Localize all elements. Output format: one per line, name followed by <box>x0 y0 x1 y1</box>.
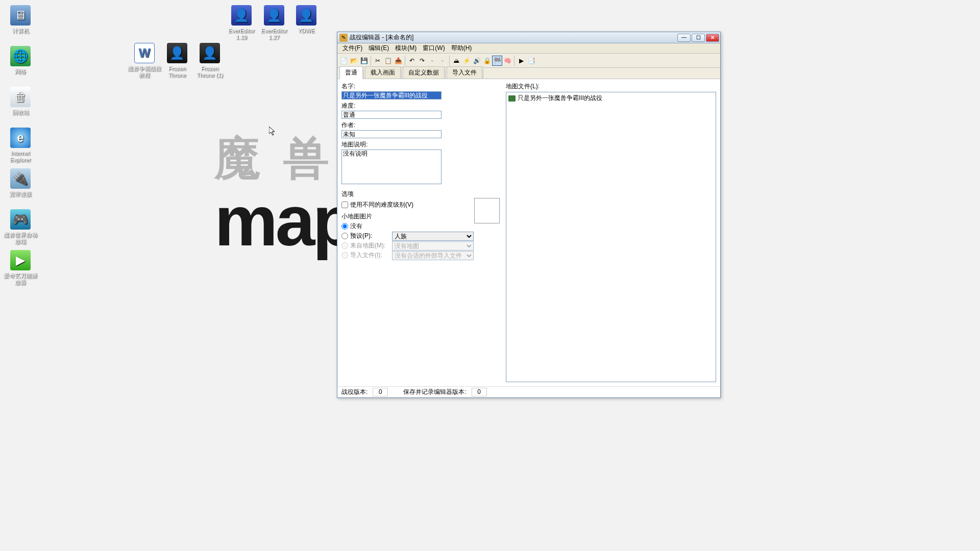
radio-import-file-label: 导入文件(I): <box>350 251 390 260</box>
radio-none-label: 没有 <box>350 222 390 231</box>
desktop-icon-iqiyi[interactable]: ▶ 爱奇艺万能播放器 <box>3 250 38 286</box>
tb-undo[interactable]: ↶ <box>407 56 417 66</box>
radio-preset-label: 预设(P): <box>350 232 390 240</box>
tb-history-1[interactable]: ▫ <box>427 56 437 66</box>
close-button[interactable]: ✕ <box>706 34 719 42</box>
import-file-select: 没有合适的外部导入文件 <box>392 251 474 260</box>
menu-help[interactable]: 帮助(H) <box>448 43 475 54</box>
status-version-value: 0 <box>373 388 388 396</box>
ft2-icon: 👤 <box>200 43 220 63</box>
preset-select[interactable]: 人族 <box>392 232 474 241</box>
tb-sep <box>405 56 405 66</box>
tb-sound[interactable]: 🔊 <box>472 56 482 66</box>
label-difficulty: 难度: <box>341 102 500 110</box>
menubar: 文件(F) 编辑(E) 模块(M) 窗口(W) 帮助(H) <box>337 43 720 54</box>
ft1-icon: 👤 <box>167 43 187 63</box>
content: 名字: 难度: 作者: 地图说明: 没有说明 选项 使用不同的难度级别(V) <box>337 79 720 386</box>
tb-redo[interactable]: ↷ <box>417 56 427 66</box>
radio-none[interactable] <box>341 223 348 230</box>
ie-icon: e <box>10 128 31 148</box>
label-map-desc: 地图说明: <box>341 140 500 149</box>
desktop-icon-recycle[interactable]: 🗑 回收站 <box>3 87 38 116</box>
label-name: 名字: <box>341 82 500 91</box>
tb-campaign[interactable]: 🏁 <box>492 56 502 66</box>
radio-import-file <box>341 252 348 259</box>
ee227-icon: 👤 <box>264 5 284 26</box>
tb-extra[interactable]: 📑 <box>526 56 536 66</box>
tab-custom[interactable]: 自定义数据 <box>403 66 445 79</box>
label-author: 作者: <box>341 121 500 130</box>
app-window: ✎ 战役编辑器 - [未命名的] — ☐ ✕ 文件(F) 编辑(E) 模块(M)… <box>337 32 721 398</box>
menu-file[interactable]: 文件(F) <box>339 43 365 54</box>
author-input[interactable] <box>341 130 442 138</box>
ydwe-icon: 👤 <box>296 5 316 26</box>
word-icon: W <box>134 43 155 63</box>
label-map-files: 地图文件(L): <box>506 82 716 91</box>
list-column: 地图文件(L): 只是另外一张魔兽争霸III的战役 <box>506 82 716 386</box>
desktop-icon-ie[interactable]: e Internet Explorer <box>3 128 38 163</box>
status-saved-label: 保存并记录编辑器版本: <box>403 388 466 396</box>
desktop-icon-ee119[interactable]: 👤 EverEditor 1.19 <box>224 5 259 41</box>
name-input[interactable] <box>341 91 442 99</box>
menu-modules[interactable]: 模块(M) <box>392 43 420 54</box>
desktop-icon-ee227[interactable]: 👤 EverEditor 1.27 <box>256 5 292 41</box>
radio-from-map-label: 来自地图(M): <box>350 241 390 250</box>
radio-from-map <box>341 242 348 249</box>
ee119-icon: 👤 <box>231 5 252 26</box>
menu-edit[interactable]: 编辑(E) <box>365 43 392 54</box>
tb-trigger[interactable]: ⚡ <box>461 56 472 66</box>
tb-object[interactable]: 🔒 <box>482 56 492 66</box>
var-difficulty-checkbox[interactable] <box>341 202 348 208</box>
tb-new[interactable]: 📄 <box>338 56 349 66</box>
tb-sep <box>514 56 514 66</box>
minimize-button[interactable]: — <box>677 34 691 42</box>
tb-copy[interactable]: 📋 <box>383 56 393 66</box>
from-map-select: 没有地图 <box>392 241 474 251</box>
tb-sep <box>449 56 450 66</box>
tb-terrain[interactable]: ⛰ <box>451 56 461 66</box>
desktop-icon-computer[interactable]: 🖥 计算机 <box>3 5 38 34</box>
desktop-icon-ft2[interactable]: 👤 Frozen Throne (1) <box>192 43 228 79</box>
tb-save[interactable]: 💾 <box>359 56 369 66</box>
var-difficulty-label: 使用不同的难度级别(V) <box>350 201 413 209</box>
statusbar: 战役版本: 0 保存并记录编辑器版本: 0 <box>337 386 720 397</box>
list-item-label: 只是另外一张魔兽争霸III的战役 <box>518 94 602 103</box>
map-file-icon <box>508 95 516 102</box>
desktop-icon-ft1[interactable]: 👤 Frozen Throne <box>159 43 195 79</box>
desktop-icon-network[interactable]: 🌐 网络 <box>3 46 38 75</box>
difficulty-input[interactable] <box>341 111 442 119</box>
game-launch-icon: 🎮 <box>10 209 31 230</box>
desktop-icon-tutorial[interactable]: W 魔兽争霸战役教程 <box>127 43 162 79</box>
app-icon: ✎ <box>339 34 348 42</box>
tb-sep <box>371 56 371 66</box>
recycle-icon: 🗑 <box>10 87 31 107</box>
computer-icon: 🖥 <box>10 5 31 26</box>
desktop-icon-game-launch[interactable]: 🎮 魔兽世界自动放端 <box>3 209 38 245</box>
tabbar: 普通 载入画面 自定义数据 导入文件 <box>337 68 720 79</box>
window-title: 战役编辑器 - [未命名的] <box>350 33 676 42</box>
map-desc-input[interactable]: 没有说明 <box>341 149 442 184</box>
tb-history-2[interactable]: ▫ <box>437 56 448 66</box>
tb-cut[interactable]: ✂ <box>373 56 383 66</box>
status-version-label: 战役版本: <box>341 388 368 396</box>
maximize-button[interactable]: ☐ <box>692 34 705 42</box>
map-file-list[interactable]: 只是另外一张魔兽争霸III的战役 <box>506 92 716 382</box>
minimap-preview <box>474 198 500 223</box>
tab-load[interactable]: 载入画面 <box>365 66 401 79</box>
label-options: 选项 <box>341 190 500 198</box>
tb-test[interactable]: ▶ <box>516 56 526 66</box>
status-saved-value: 0 <box>472 388 487 396</box>
tab-import[interactable]: 导入文件 <box>447 66 482 79</box>
tb-ai[interactable]: 🧠 <box>502 56 512 66</box>
menu-window[interactable]: 窗口(W) <box>420 43 448 54</box>
list-item[interactable]: 只是另外一张魔兽争霸III的战役 <box>507 93 715 103</box>
desktop-icon-ydwe[interactable]: 👤 YDWE <box>288 5 324 34</box>
iqiyi-icon: ▶ <box>10 250 31 270</box>
tb-open[interactable]: 📂 <box>349 56 359 66</box>
titlebar[interactable]: ✎ 战役编辑器 - [未命名的] — ☐ ✕ <box>337 32 720 43</box>
tb-paste[interactable]: 📥 <box>393 56 403 66</box>
desktop-icon-broadband[interactable]: 🔌 宽带连接 <box>3 168 38 197</box>
form-column: 名字: 难度: 作者: 地图说明: 没有说明 选项 使用不同的难度级别(V) <box>341 82 500 386</box>
tab-general[interactable]: 普通 <box>339 66 363 79</box>
radio-preset[interactable] <box>341 233 348 239</box>
